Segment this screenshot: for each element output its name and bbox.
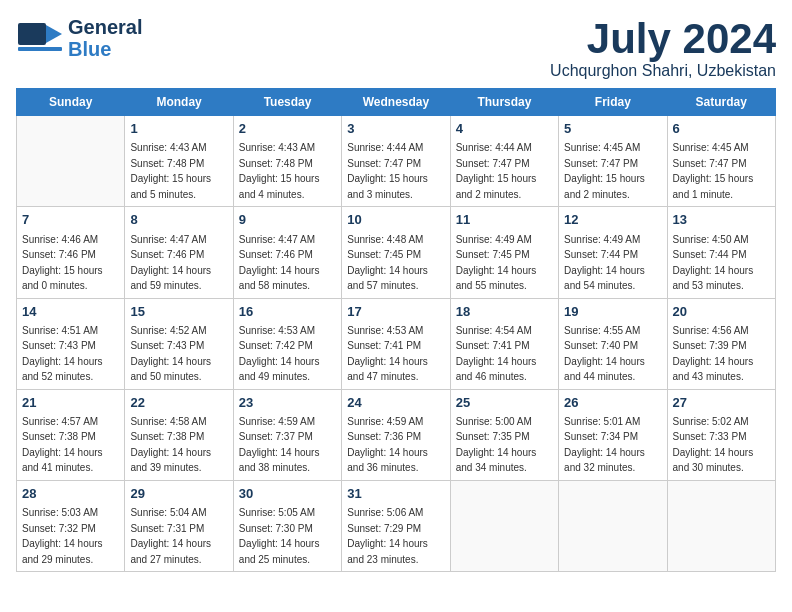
day-info: Sunrise: 4:54 AMSunset: 7:41 PMDaylight:… bbox=[456, 325, 537, 383]
day-info: Sunrise: 4:44 AMSunset: 7:47 PMDaylight:… bbox=[347, 142, 428, 200]
day-info: Sunrise: 5:06 AMSunset: 7:29 PMDaylight:… bbox=[347, 507, 428, 565]
day-info: Sunrise: 4:58 AMSunset: 7:38 PMDaylight:… bbox=[130, 416, 211, 474]
col-wednesday: Wednesday bbox=[342, 89, 450, 116]
day-number: 18 bbox=[456, 303, 553, 321]
table-row: 8Sunrise: 4:47 AMSunset: 7:46 PMDaylight… bbox=[125, 207, 233, 298]
table-row: 27Sunrise: 5:02 AMSunset: 7:33 PMDayligh… bbox=[667, 389, 775, 480]
day-number: 29 bbox=[130, 485, 227, 503]
svg-rect-0 bbox=[18, 23, 46, 45]
day-number: 17 bbox=[347, 303, 444, 321]
day-info: Sunrise: 4:46 AMSunset: 7:46 PMDaylight:… bbox=[22, 234, 103, 292]
table-row: 30Sunrise: 5:05 AMSunset: 7:30 PMDayligh… bbox=[233, 480, 341, 571]
table-row: 24Sunrise: 4:59 AMSunset: 7:36 PMDayligh… bbox=[342, 389, 450, 480]
table-row bbox=[450, 480, 558, 571]
table-row: 19Sunrise: 4:55 AMSunset: 7:40 PMDayligh… bbox=[559, 298, 667, 389]
day-info: Sunrise: 4:56 AMSunset: 7:39 PMDaylight:… bbox=[673, 325, 754, 383]
day-info: Sunrise: 4:49 AMSunset: 7:44 PMDaylight:… bbox=[564, 234, 645, 292]
col-friday: Friday bbox=[559, 89, 667, 116]
table-row: 1Sunrise: 4:43 AMSunset: 7:48 PMDaylight… bbox=[125, 116, 233, 207]
table-row: 11Sunrise: 4:49 AMSunset: 7:45 PMDayligh… bbox=[450, 207, 558, 298]
table-row: 14Sunrise: 4:51 AMSunset: 7:43 PMDayligh… bbox=[17, 298, 125, 389]
day-info: Sunrise: 4:43 AMSunset: 7:48 PMDaylight:… bbox=[239, 142, 320, 200]
table-row: 26Sunrise: 5:01 AMSunset: 7:34 PMDayligh… bbox=[559, 389, 667, 480]
day-number: 2 bbox=[239, 120, 336, 138]
table-row: 23Sunrise: 4:59 AMSunset: 7:37 PMDayligh… bbox=[233, 389, 341, 480]
svg-marker-1 bbox=[46, 25, 62, 43]
table-row: 5Sunrise: 4:45 AMSunset: 7:47 PMDaylight… bbox=[559, 116, 667, 207]
day-info: Sunrise: 4:59 AMSunset: 7:36 PMDaylight:… bbox=[347, 416, 428, 474]
day-info: Sunrise: 4:49 AMSunset: 7:45 PMDaylight:… bbox=[456, 234, 537, 292]
day-number: 5 bbox=[564, 120, 661, 138]
calendar-week-row: 28Sunrise: 5:03 AMSunset: 7:32 PMDayligh… bbox=[17, 480, 776, 571]
table-row: 4Sunrise: 4:44 AMSunset: 7:47 PMDaylight… bbox=[450, 116, 558, 207]
svg-rect-2 bbox=[18, 47, 62, 51]
col-monday: Monday bbox=[125, 89, 233, 116]
day-number: 4 bbox=[456, 120, 553, 138]
table-row: 18Sunrise: 4:54 AMSunset: 7:41 PMDayligh… bbox=[450, 298, 558, 389]
day-info: Sunrise: 4:45 AMSunset: 7:47 PMDaylight:… bbox=[564, 142, 645, 200]
day-number: 15 bbox=[130, 303, 227, 321]
day-number: 1 bbox=[130, 120, 227, 138]
day-info: Sunrise: 4:44 AMSunset: 7:47 PMDaylight:… bbox=[456, 142, 537, 200]
table-row: 31Sunrise: 5:06 AMSunset: 7:29 PMDayligh… bbox=[342, 480, 450, 571]
month-title: July 2024 bbox=[550, 16, 776, 62]
day-info: Sunrise: 5:05 AMSunset: 7:30 PMDaylight:… bbox=[239, 507, 320, 565]
day-number: 3 bbox=[347, 120, 444, 138]
table-row: 6Sunrise: 4:45 AMSunset: 7:47 PMDaylight… bbox=[667, 116, 775, 207]
day-number: 20 bbox=[673, 303, 770, 321]
day-number: 6 bbox=[673, 120, 770, 138]
day-info: Sunrise: 5:00 AMSunset: 7:35 PMDaylight:… bbox=[456, 416, 537, 474]
day-number: 30 bbox=[239, 485, 336, 503]
calendar-table: Sunday Monday Tuesday Wednesday Thursday… bbox=[16, 88, 776, 572]
day-number: 26 bbox=[564, 394, 661, 412]
table-row: 13Sunrise: 4:50 AMSunset: 7:44 PMDayligh… bbox=[667, 207, 775, 298]
day-number: 23 bbox=[239, 394, 336, 412]
day-info: Sunrise: 5:01 AMSunset: 7:34 PMDaylight:… bbox=[564, 416, 645, 474]
col-saturday: Saturday bbox=[667, 89, 775, 116]
day-info: Sunrise: 4:51 AMSunset: 7:43 PMDaylight:… bbox=[22, 325, 103, 383]
day-info: Sunrise: 5:03 AMSunset: 7:32 PMDaylight:… bbox=[22, 507, 103, 565]
day-info: Sunrise: 4:47 AMSunset: 7:46 PMDaylight:… bbox=[130, 234, 211, 292]
title-block: July 2024 Uchqurghon Shahri, Uzbekistan bbox=[550, 16, 776, 80]
calendar-week-row: 14Sunrise: 4:51 AMSunset: 7:43 PMDayligh… bbox=[17, 298, 776, 389]
day-info: Sunrise: 4:45 AMSunset: 7:47 PMDaylight:… bbox=[673, 142, 754, 200]
calendar-header-row: Sunday Monday Tuesday Wednesday Thursday… bbox=[17, 89, 776, 116]
day-number: 8 bbox=[130, 211, 227, 229]
table-row: 10Sunrise: 4:48 AMSunset: 7:45 PMDayligh… bbox=[342, 207, 450, 298]
page-header: General Blue July 2024 Uchqurghon Shahri… bbox=[16, 16, 776, 80]
calendar-week-row: 7Sunrise: 4:46 AMSunset: 7:46 PMDaylight… bbox=[17, 207, 776, 298]
day-info: Sunrise: 5:04 AMSunset: 7:31 PMDaylight:… bbox=[130, 507, 211, 565]
table-row: 17Sunrise: 4:53 AMSunset: 7:41 PMDayligh… bbox=[342, 298, 450, 389]
col-thursday: Thursday bbox=[450, 89, 558, 116]
table-row: 12Sunrise: 4:49 AMSunset: 7:44 PMDayligh… bbox=[559, 207, 667, 298]
day-number: 19 bbox=[564, 303, 661, 321]
calendar-week-row: 21Sunrise: 4:57 AMSunset: 7:38 PMDayligh… bbox=[17, 389, 776, 480]
table-row: 9Sunrise: 4:47 AMSunset: 7:46 PMDaylight… bbox=[233, 207, 341, 298]
table-row bbox=[17, 116, 125, 207]
day-info: Sunrise: 5:02 AMSunset: 7:33 PMDaylight:… bbox=[673, 416, 754, 474]
table-row: 16Sunrise: 4:53 AMSunset: 7:42 PMDayligh… bbox=[233, 298, 341, 389]
day-info: Sunrise: 4:59 AMSunset: 7:37 PMDaylight:… bbox=[239, 416, 320, 474]
day-number: 11 bbox=[456, 211, 553, 229]
table-row bbox=[559, 480, 667, 571]
day-info: Sunrise: 4:47 AMSunset: 7:46 PMDaylight:… bbox=[239, 234, 320, 292]
day-number: 9 bbox=[239, 211, 336, 229]
col-sunday: Sunday bbox=[17, 89, 125, 116]
table-row: 22Sunrise: 4:58 AMSunset: 7:38 PMDayligh… bbox=[125, 389, 233, 480]
day-number: 13 bbox=[673, 211, 770, 229]
table-row: 25Sunrise: 5:00 AMSunset: 7:35 PMDayligh… bbox=[450, 389, 558, 480]
day-number: 14 bbox=[22, 303, 119, 321]
day-number: 16 bbox=[239, 303, 336, 321]
day-number: 24 bbox=[347, 394, 444, 412]
logo: General Blue bbox=[16, 16, 142, 60]
day-number: 22 bbox=[130, 394, 227, 412]
day-info: Sunrise: 4:53 AMSunset: 7:41 PMDaylight:… bbox=[347, 325, 428, 383]
day-number: 28 bbox=[22, 485, 119, 503]
day-number: 27 bbox=[673, 394, 770, 412]
day-info: Sunrise: 4:52 AMSunset: 7:43 PMDaylight:… bbox=[130, 325, 211, 383]
day-info: Sunrise: 4:57 AMSunset: 7:38 PMDaylight:… bbox=[22, 416, 103, 474]
day-info: Sunrise: 4:48 AMSunset: 7:45 PMDaylight:… bbox=[347, 234, 428, 292]
table-row: 21Sunrise: 4:57 AMSunset: 7:38 PMDayligh… bbox=[17, 389, 125, 480]
location: Uchqurghon Shahri, Uzbekistan bbox=[550, 62, 776, 80]
table-row: 15Sunrise: 4:52 AMSunset: 7:43 PMDayligh… bbox=[125, 298, 233, 389]
